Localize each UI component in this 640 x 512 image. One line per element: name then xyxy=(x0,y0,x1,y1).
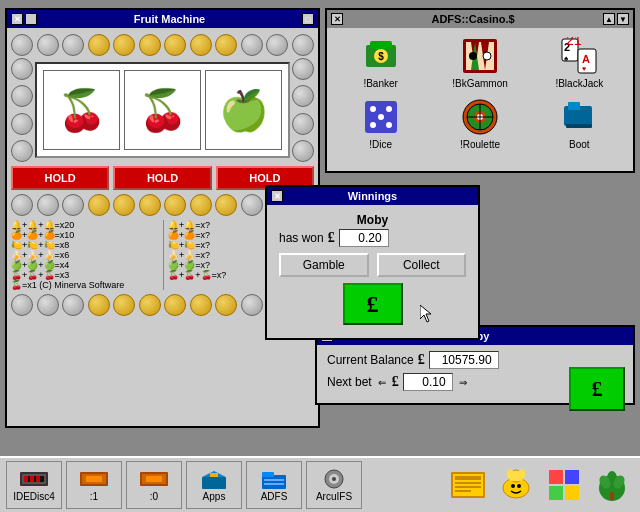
taskbar-item-1[interactable]: :1 xyxy=(66,461,122,509)
adfs-icons-grid: $ !Banker !BkGammon xyxy=(327,28,633,158)
svg-rect-60 xyxy=(455,490,471,492)
adfs-icon-blackjack[interactable]: 2 ♠ A ♥ 21 !BlackJack xyxy=(534,36,625,89)
taskbar-label-0: :0 xyxy=(150,491,158,502)
close-btn-fm[interactable]: ✕ xyxy=(11,13,23,25)
next-bet-amount: 0.10 xyxy=(403,373,453,391)
taskbar-item-apps[interactable]: Apps xyxy=(186,461,242,509)
bkgammon-label: !BkGammon xyxy=(452,78,508,89)
payline-row: 🍋+🍋+🍋=x8 xyxy=(11,240,157,250)
iconify-btn-fm[interactable] xyxy=(25,13,37,25)
close-btn-winnings[interactable]: ✕ xyxy=(271,190,283,202)
coin xyxy=(139,34,161,56)
boot-label: Boot xyxy=(569,139,590,150)
coin xyxy=(241,194,263,216)
taskbar-right-icon-4[interactable] xyxy=(590,463,634,507)
coin xyxy=(88,194,110,216)
svg-point-9 xyxy=(469,52,477,60)
roulette-label: !Roulette xyxy=(460,139,500,150)
coin xyxy=(11,34,33,56)
winnings-dialog: ✕ Winnings Moby has won £ 0.20 Gamble Co… xyxy=(265,185,480,340)
banker-label: !Banker xyxy=(363,78,397,89)
coin xyxy=(215,194,237,216)
payline-row: 🍊+🍊+🍊=x10 xyxy=(11,230,157,240)
svg-rect-38 xyxy=(36,476,40,482)
svg-rect-69 xyxy=(549,486,563,500)
coin xyxy=(62,294,84,316)
taskbar-label-arcuifs: ArcuIFS xyxy=(316,491,352,502)
svg-rect-44 xyxy=(146,476,162,482)
reel-3: 🍏 xyxy=(205,70,282,150)
maximize-btn-fm[interactable]: □ xyxy=(302,13,314,25)
adfs-icon-boot[interactable]: Boot xyxy=(534,97,625,150)
arcuifs-icon xyxy=(320,469,348,489)
top-coin-row xyxy=(11,34,314,56)
pound-symbol: £ xyxy=(328,230,335,246)
coin xyxy=(190,294,212,316)
taskbar-item-idedisc4[interactable]: IDEDisc4 xyxy=(6,461,62,509)
svg-text:A: A xyxy=(582,53,590,65)
adfs-icon-roulette[interactable]: !Roulette xyxy=(434,97,525,150)
hold-btn-2[interactable]: HOLD xyxy=(113,166,211,190)
taskbar: IDEDisc4 :1 :0 Ap xyxy=(0,456,640,512)
adfs-icon-banker[interactable]: $ !Banker xyxy=(335,36,426,89)
taskbar-label-adfs: ADFS xyxy=(261,491,288,502)
coin xyxy=(190,34,212,56)
bkgammon-icon xyxy=(460,36,500,76)
coin xyxy=(37,34,59,56)
adfs-icon xyxy=(260,469,288,489)
svg-point-65 xyxy=(511,484,515,488)
svg-rect-1 xyxy=(370,41,392,49)
coin xyxy=(139,194,161,216)
svg-point-10 xyxy=(483,52,491,60)
scroll-up-adfs[interactable]: ▲ xyxy=(603,13,615,25)
svg-point-21 xyxy=(378,114,384,120)
svg-point-23 xyxy=(386,122,392,128)
taskbar-right-icon-2[interactable] xyxy=(494,463,538,507)
winnings-titlebar: ✕ Winnings xyxy=(267,187,478,205)
coin xyxy=(113,34,135,56)
svg-rect-50 xyxy=(264,479,284,481)
taskbar-item-arcuifs[interactable]: ArcuIFS xyxy=(306,461,362,509)
adfs-icon-bkgammon[interactable]: !BkGammon xyxy=(434,36,525,89)
side-coin xyxy=(292,140,314,162)
coin xyxy=(241,34,263,56)
hold-btn-1[interactable]: HOLD xyxy=(11,166,109,190)
taskbar-right-icon-1[interactable] xyxy=(446,463,490,507)
coin xyxy=(62,194,84,216)
idedisc4-icon xyxy=(20,469,48,489)
side-coin xyxy=(11,113,33,135)
collect-button[interactable]: Collect xyxy=(377,253,467,277)
drive0-icon xyxy=(140,469,168,489)
close-btn-adfs[interactable]: ✕ xyxy=(331,13,343,25)
svg-rect-58 xyxy=(455,482,481,484)
taskbar-right-icon-3[interactable] xyxy=(542,463,586,507)
moby-pound-button[interactable]: £ xyxy=(569,367,625,411)
side-coin xyxy=(11,58,33,80)
svg-rect-49 xyxy=(262,472,274,477)
svg-rect-70 xyxy=(565,486,579,500)
reel-area: 🍒 🍒 🍏 xyxy=(35,62,290,158)
coin xyxy=(113,294,135,316)
payline-row: 🍒+🍒+🍒=x3 xyxy=(11,270,157,280)
pound-sym-balance: £ xyxy=(418,352,425,368)
taskbar-item-adfs[interactable]: ADFS xyxy=(246,461,302,509)
player-name: Moby xyxy=(279,213,466,227)
coin xyxy=(164,194,186,216)
scroll-dn-adfs[interactable]: ▼ xyxy=(617,13,629,25)
svg-text:♥: ♥ xyxy=(582,65,586,72)
gamble-button[interactable]: Gamble xyxy=(279,253,369,277)
roulette-icon xyxy=(460,97,500,137)
payline-row: 🍌+🍌+🍌=x6 xyxy=(11,250,157,260)
pay-table-left: 🔔+🔔+🔔=x20 🍊+🍊+🍊=x10 🍋+🍋+🍋=x8 🍌+🍌+🍌=x6 🍏+… xyxy=(11,220,157,290)
taskbar-item-0[interactable]: :0 xyxy=(126,461,182,509)
adfs-icon-dice[interactable]: !Dice xyxy=(335,97,426,150)
svg-text:21: 21 xyxy=(566,37,582,48)
svg-rect-31 xyxy=(568,102,580,110)
coin xyxy=(37,194,59,216)
dialog-buttons: Gamble Collect xyxy=(279,253,466,277)
svg-rect-45 xyxy=(202,477,226,489)
pound-sym-bet: £ xyxy=(392,374,399,390)
moby-content: Current Balance £ 10575.90 Next bet ⇐ £ … xyxy=(317,345,633,401)
winnings-amount: 0.20 xyxy=(339,229,389,247)
svg-text:$: $ xyxy=(378,51,384,62)
